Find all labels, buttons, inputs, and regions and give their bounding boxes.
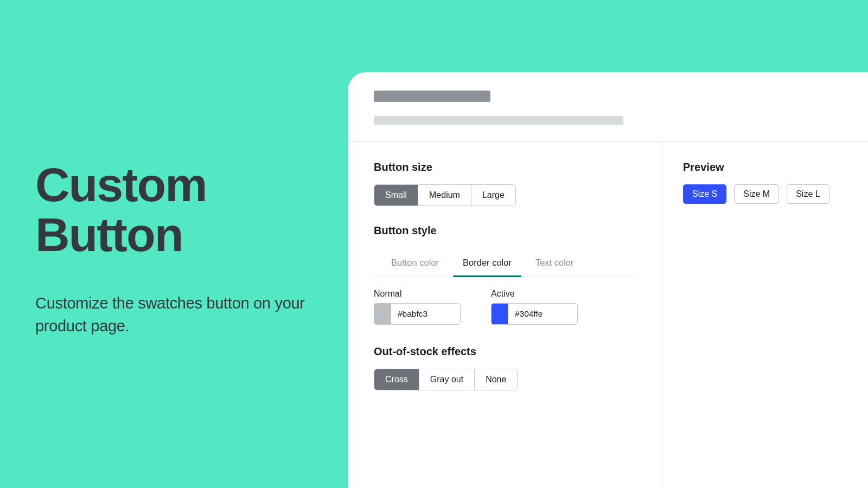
preview-button-group: Size S Size M Size L xyxy=(683,184,829,204)
preview-size-s[interactable]: Size S xyxy=(683,184,726,204)
hero-subtitle: Customize the swatches button on your pr… xyxy=(35,292,339,337)
settings-panel: Button size Small Medium Large Button st… xyxy=(348,72,868,488)
tab-border-color[interactable]: Border color xyxy=(451,250,524,277)
preview-column: Preview Size S Size M Size L xyxy=(662,142,829,488)
size-large-button[interactable]: Large xyxy=(471,185,515,206)
preview-heading: Preview xyxy=(683,161,829,174)
color-fields: Normal Active xyxy=(374,289,636,325)
placeholder-subtitle-bar xyxy=(374,116,623,125)
hero-title-line2: Button xyxy=(35,210,339,260)
size-medium-button[interactable]: Medium xyxy=(418,185,471,206)
active-color-label: Active xyxy=(491,289,578,299)
active-color-swatch[interactable] xyxy=(492,304,508,324)
button-size-group: Small Medium Large xyxy=(374,184,516,206)
normal-color-label: Normal xyxy=(374,289,461,299)
out-of-stock-group: Cross Gray out None xyxy=(374,369,518,390)
button-style-heading: Button style xyxy=(374,224,636,237)
effect-gray-out-button[interactable]: Gray out xyxy=(419,369,475,390)
placeholder-title-bar xyxy=(374,91,490,102)
tab-text-color[interactable]: Text color xyxy=(524,250,586,277)
normal-color-field: Normal xyxy=(374,289,461,325)
normal-color-text[interactable] xyxy=(391,304,460,324)
tab-button-color[interactable]: Button color xyxy=(374,250,451,277)
hero-title: Custom Button xyxy=(35,160,339,260)
panel-body: Button size Small Medium Large Button st… xyxy=(348,142,868,488)
preview-size-l[interactable]: Size L xyxy=(787,184,829,204)
effect-cross-button[interactable]: Cross xyxy=(374,369,419,390)
out-of-stock-heading: Out-of-stock effects xyxy=(374,345,636,358)
preview-size-m[interactable]: Size M xyxy=(734,184,779,204)
size-small-button[interactable]: Small xyxy=(374,185,418,206)
hero: Custom Button Customize the swatches but… xyxy=(35,160,339,337)
normal-color-swatch[interactable] xyxy=(374,304,391,324)
hero-title-line1: Custom xyxy=(35,158,207,211)
panel-header xyxy=(348,72,868,142)
active-color-text[interactable] xyxy=(508,304,577,324)
settings-column: Button size Small Medium Large Button st… xyxy=(348,142,662,488)
active-color-field: Active xyxy=(491,289,578,325)
active-color-input[interactable] xyxy=(491,303,578,325)
normal-color-input[interactable] xyxy=(374,303,461,325)
style-tabs: Button color Border color Text color xyxy=(374,250,636,277)
button-size-heading: Button size xyxy=(374,161,636,174)
effect-none-button[interactable]: None xyxy=(475,369,517,390)
